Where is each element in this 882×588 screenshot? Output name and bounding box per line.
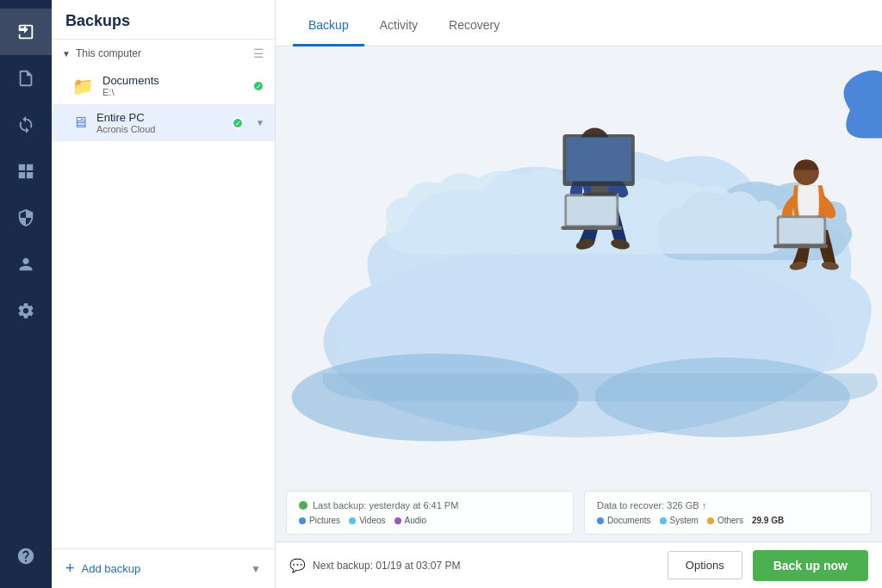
next-backup-text: Next backup: 01/19 at 03:07 PM bbox=[313, 560, 460, 572]
tab-backup[interactable]: Backup bbox=[293, 6, 364, 46]
documents-sub: E:\ bbox=[102, 87, 244, 97]
svg-point-11 bbox=[821, 261, 839, 271]
add-backup-label: Add backup bbox=[82, 562, 141, 575]
last-backup-text: Last backup: yesterday at 6:41 PM bbox=[313, 500, 458, 511]
svg-rect-6 bbox=[564, 194, 618, 227]
svg-point-10 bbox=[789, 260, 808, 271]
legend-pictures-label: Pictures bbox=[309, 516, 340, 525]
svg-rect-13 bbox=[780, 218, 824, 244]
nav-shield-icon[interactable] bbox=[0, 195, 52, 241]
svg-point-5 bbox=[610, 238, 630, 251]
svg-point-1 bbox=[292, 354, 579, 442]
data-to-recover-text: Data to recover: 326 GB ↑ bbox=[597, 500, 859, 511]
app-content: Backups ▼ This computer ☰ 📁 Documents E:… bbox=[52, 0, 882, 588]
legend-documents-label: Documents bbox=[607, 516, 651, 525]
nav-backups-icon[interactable] bbox=[0, 9, 52, 55]
section-menu-icon[interactable]: ☰ bbox=[253, 46, 264, 60]
tree-item-documents[interactable]: 📁 Documents E:\ bbox=[52, 67, 275, 104]
chevron-down-icon: ▼ bbox=[62, 49, 71, 59]
tab-recovery[interactable]: Recovery bbox=[433, 6, 515, 46]
legend-audio: Audio bbox=[394, 516, 427, 525]
nav-user-icon[interactable] bbox=[0, 241, 52, 288]
nav-settings-icon[interactable] bbox=[0, 288, 52, 334]
tree-section-this-computer[interactable]: ▼ This computer ☰ bbox=[52, 40, 275, 67]
nav-help-icon[interactable] bbox=[0, 533, 52, 579]
legend-pictures: Pictures bbox=[299, 516, 340, 525]
entire-pc-name: Entire PC bbox=[96, 111, 223, 124]
svg-point-9 bbox=[793, 160, 819, 186]
legend-system-label: System bbox=[670, 516, 699, 525]
entire-pc-sub: Acronis Cloud bbox=[96, 124, 223, 134]
legend-audio-label: Audio bbox=[405, 516, 427, 525]
legend-size-label: 29.9 GB bbox=[752, 516, 784, 525]
next-backup-info: 💬 Next backup: 01/19 at 03:07 PM bbox=[289, 558, 657, 573]
svg-rect-12 bbox=[777, 215, 826, 245]
nav-sync-icon[interactable] bbox=[0, 102, 52, 148]
legend-others: Others bbox=[707, 516, 743, 525]
expand-arrow-icon[interactable]: ▼ bbox=[256, 118, 264, 127]
backup-card-local: Last backup: yesterday at 6:41 PM Pictur… bbox=[286, 491, 574, 535]
svg-rect-18 bbox=[591, 186, 608, 194]
svg-rect-7 bbox=[567, 196, 616, 225]
documents-status-dot bbox=[252, 80, 264, 92]
svg-point-0 bbox=[324, 246, 835, 437]
svg-rect-8 bbox=[562, 226, 622, 230]
tree-sidebar: Backups ▼ This computer ☰ 📁 Documents E:… bbox=[52, 0, 276, 588]
nav-grid-icon[interactable] bbox=[0, 148, 52, 195]
folder-icon: 📁 bbox=[72, 76, 94, 96]
monitor-icon: 🖥 bbox=[72, 114, 88, 132]
plus-icon: + bbox=[65, 560, 75, 578]
svg-rect-16 bbox=[562, 134, 634, 186]
svg-point-2 bbox=[595, 357, 850, 437]
legend-documents: Documents bbox=[597, 516, 651, 525]
svg-point-4 bbox=[575, 237, 595, 251]
content-area: Backup Activity Recovery bbox=[276, 0, 882, 588]
chat-icon: 💬 bbox=[289, 558, 306, 573]
add-backup-dropdown-icon[interactable]: ▼ bbox=[251, 563, 261, 575]
tab-activity[interactable]: Activity bbox=[364, 6, 433, 46]
svg-rect-19 bbox=[583, 193, 617, 196]
tree-item-entire-pc[interactable]: 🖥 Entire PC Acronis Cloud ▼ bbox=[52, 104, 275, 141]
nav-page-icon[interactable] bbox=[0, 55, 52, 102]
legend-others-label: Others bbox=[717, 516, 743, 525]
legend-videos: Videos bbox=[349, 516, 385, 525]
app-title: Backups bbox=[52, 0, 275, 40]
backup-card-cloud: Data to recover: 326 GB ↑ Documents Syst… bbox=[584, 491, 872, 535]
options-button[interactable]: Options bbox=[668, 551, 742, 579]
icon-sidebar bbox=[0, 0, 52, 588]
documents-name: Documents bbox=[102, 74, 244, 87]
backup-now-button[interactable]: Back up now bbox=[753, 550, 868, 581]
svg-rect-14 bbox=[773, 244, 828, 249]
svg-point-3 bbox=[581, 127, 609, 156]
entire-pc-status-dot bbox=[232, 117, 244, 129]
legend-size: 29.9 GB bbox=[752, 516, 784, 525]
legend-system: System bbox=[660, 516, 699, 525]
svg-rect-17 bbox=[566, 138, 631, 182]
section-label: This computer bbox=[76, 47, 141, 59]
bottom-bar: 💬 Next backup: 01/19 at 03:07 PM Options… bbox=[276, 542, 882, 588]
backup-main: A Last backup: yesterday at 6:41 PM bbox=[276, 46, 882, 542]
legend-videos-label: Videos bbox=[359, 516, 385, 525]
add-backup-bar[interactable]: + Add backup ▼ bbox=[52, 548, 275, 588]
tab-bar: Backup Activity Recovery bbox=[276, 0, 882, 46]
